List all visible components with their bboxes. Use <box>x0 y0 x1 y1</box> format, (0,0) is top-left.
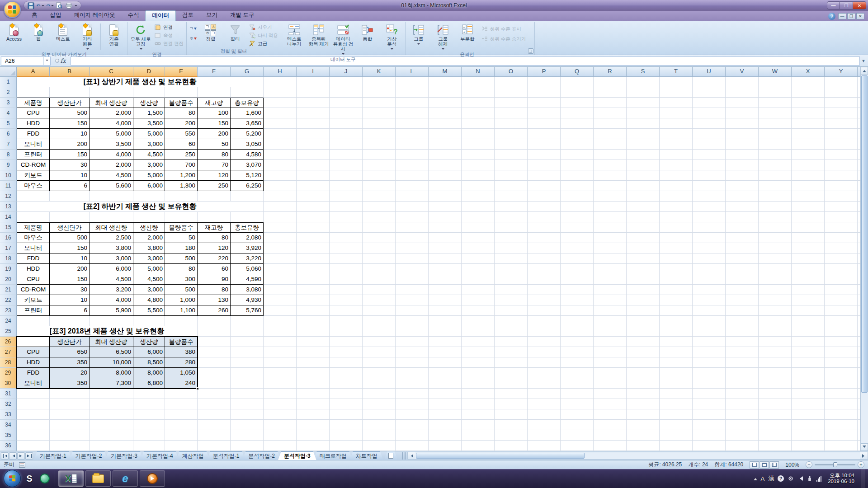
cell-N4[interactable] <box>462 108 495 118</box>
cell-O22[interactable] <box>495 295 528 305</box>
cell-V36[interactable] <box>726 441 759 451</box>
cell-J25[interactable] <box>330 326 363 337</box>
cell-C2[interactable] <box>90 87 133 98</box>
cell-T16[interactable] <box>660 233 693 243</box>
cell-X34[interactable] <box>792 420 825 430</box>
row-header-22[interactable]: 22 <box>0 295 17 305</box>
row-header-16[interactable]: 16 <box>0 233 17 243</box>
ungroup-button[interactable]: 그룹 해제 <box>431 22 455 51</box>
cell-S28[interactable] <box>627 357 660 368</box>
cell-C29[interactable]: 8,000 <box>90 368 133 378</box>
cell-D27[interactable]: 6,000 <box>133 347 165 357</box>
insert-function-button[interactable]: fx <box>60 57 66 64</box>
cell-B35[interactable] <box>50 430 90 441</box>
cell-X14[interactable] <box>792 212 825 222</box>
cell-U16[interactable] <box>693 233 726 243</box>
row-header-14[interactable]: 14 <box>0 212 17 222</box>
cell-L29[interactable] <box>396 368 429 378</box>
row-header-3[interactable]: 3 <box>0 98 17 108</box>
cell-W10[interactable] <box>759 170 792 181</box>
cell-E23[interactable]: 1,100 <box>165 305 198 316</box>
cell-X27[interactable] <box>792 347 825 357</box>
cell-Y29[interactable] <box>825 368 858 378</box>
cell-B17[interactable]: 150 <box>50 243 90 253</box>
cell-L17[interactable] <box>396 243 429 253</box>
cell-E8[interactable]: 250 <box>165 150 198 160</box>
cell-D17[interactable]: 3,800 <box>133 243 165 253</box>
cell-P2[interactable] <box>528 87 561 98</box>
cell-N6[interactable] <box>462 129 495 139</box>
cell-U12[interactable] <box>693 191 726 202</box>
cell-S10[interactable] <box>627 170 660 181</box>
cell-X28[interactable] <box>792 357 825 368</box>
cell-A20[interactable]: CPU <box>17 274 50 285</box>
cell-S26[interactable] <box>627 337 660 347</box>
cell-M29[interactable] <box>429 368 462 378</box>
insert-worksheet-tab[interactable] <box>384 451 398 460</box>
cell-E7[interactable]: 60 <box>165 139 198 150</box>
cell-G23[interactable]: 5,760 <box>231 305 264 316</box>
cell-I19[interactable] <box>297 264 330 274</box>
cell-T4[interactable] <box>660 108 693 118</box>
cell-E35[interactable] <box>165 430 198 441</box>
cell-S13[interactable] <box>627 202 660 212</box>
cell-P5[interactable] <box>528 118 561 129</box>
cell-X25[interactable] <box>792 326 825 337</box>
cell-C35[interactable] <box>90 430 133 441</box>
cell-Q17[interactable] <box>561 243 594 253</box>
cell-P35[interactable] <box>528 430 561 441</box>
cell-B11[interactable]: 6 <box>50 181 90 191</box>
column-header-D[interactable]: D <box>133 67 165 77</box>
cell-K7[interactable] <box>363 139 396 150</box>
redo-dropdown[interactable] <box>51 5 54 8</box>
cell-W14[interactable] <box>759 212 792 222</box>
cell-Q28[interactable] <box>561 357 594 368</box>
cell-M25[interactable] <box>429 326 462 337</box>
cell-D24[interactable] <box>133 316 165 326</box>
cell-D33[interactable] <box>133 409 165 420</box>
cell-E17[interactable]: 180 <box>165 243 198 253</box>
maximize-button[interactable]: ❐ <box>840 1 853 9</box>
cell-Q2[interactable] <box>561 87 594 98</box>
cell-F23[interactable]: 260 <box>198 305 231 316</box>
cell-U25[interactable] <box>693 326 726 337</box>
zoom-out-button[interactable]: − <box>806 461 812 468</box>
cell-C22[interactable]: 4,000 <box>90 295 133 305</box>
cell-O9[interactable] <box>495 160 528 170</box>
cell-E3[interactable]: 불량품수 <box>165 98 198 108</box>
cell-K15[interactable] <box>363 222 396 233</box>
minimize-button[interactable]: — <box>827 1 840 9</box>
cell-Q7[interactable] <box>561 139 594 150</box>
cell-A29[interactable]: FDD <box>17 368 50 378</box>
close-button[interactable]: ✕ <box>853 1 866 9</box>
cell-S29[interactable] <box>627 368 660 378</box>
cell-Y31[interactable] <box>825 389 858 399</box>
cell-R24[interactable] <box>594 316 627 326</box>
cell-A18[interactable]: FDD <box>17 253 50 264</box>
cell-W36[interactable] <box>759 441 792 451</box>
cell-Y12[interactable] <box>825 191 858 202</box>
cell-V28[interactable] <box>726 357 759 368</box>
cell-N11[interactable] <box>462 181 495 191</box>
column-header-M[interactable]: M <box>429 67 462 77</box>
cell-X13[interactable] <box>792 202 825 212</box>
cell-M20[interactable] <box>429 274 462 285</box>
cell-G4[interactable]: 1,600 <box>231 108 264 118</box>
cell-O30[interactable] <box>495 378 528 389</box>
taskbar-media-player-button[interactable] <box>140 470 165 487</box>
cell-J20[interactable] <box>330 274 363 285</box>
cell-B3[interactable]: 생산단가 <box>50 98 90 108</box>
column-header-W[interactable]: W <box>759 67 792 77</box>
cell-M12[interactable] <box>429 191 462 202</box>
cell-D2[interactable] <box>133 87 165 98</box>
group-button[interactable]: 그룹 <box>407 22 430 51</box>
cell-L31[interactable] <box>396 389 429 399</box>
column-header-H[interactable]: H <box>264 67 297 77</box>
cell-K16[interactable] <box>363 233 396 243</box>
cell-Y17[interactable] <box>825 243 858 253</box>
cell-T14[interactable] <box>660 212 693 222</box>
cell-P34[interactable] <box>528 420 561 430</box>
cell-G9[interactable]: 3,070 <box>231 160 264 170</box>
cell-I18[interactable] <box>297 253 330 264</box>
cell-N26[interactable] <box>462 337 495 347</box>
